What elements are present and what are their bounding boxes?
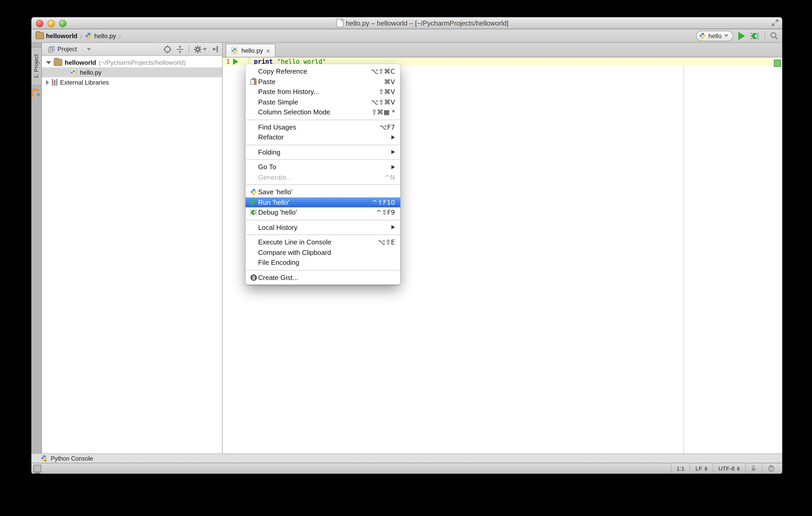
right-margin-guide: [684, 57, 684, 453]
bottom-tool-bar: Python Console: [31, 453, 782, 463]
main-area: 1: Project Project: [31, 43, 782, 453]
menu-separator: [246, 235, 400, 235]
collapsed-twisty-icon[interactable]: [46, 80, 49, 85]
traffic-lights: [36, 20, 66, 27]
python-file-icon: [85, 32, 92, 39]
paste-clipboard-icon: [249, 78, 258, 85]
pycharm-window: hello.py – helloworld – [~/PycharmProjec…: [31, 17, 782, 474]
editor-tab-bar: hello.py ×: [223, 43, 782, 57]
menu-item-create-gist[interactable]: Create Gist...: [245, 272, 400, 282]
status-bar: 1:1 LF UTF-8: [31, 463, 782, 474]
python-console-button[interactable]: Python Console: [51, 455, 93, 461]
tree-row-external-libraries[interactable]: External Libraries: [42, 77, 222, 87]
menu-separator: [246, 144, 400, 145]
python-icon: [249, 189, 258, 195]
python-file-icon: [231, 47, 238, 54]
menu-item-column-selection-mode[interactable]: Column Selection Mode⇧⌘▦ *: [245, 107, 400, 117]
expanded-twisty-icon[interactable]: [46, 61, 51, 64]
line-number: 1: [223, 58, 230, 65]
breadcrumb-project[interactable]: helloworld: [46, 32, 77, 39]
menu-item-run-hello[interactable]: Run 'hello'^⇧F10: [245, 197, 400, 207]
menu-item-debug-hello[interactable]: Debug 'hello'^⇧F9: [245, 207, 400, 217]
menu-separator: [246, 159, 400, 160]
menu-separator: [246, 184, 400, 185]
highlighting-level-widget[interactable]: [762, 463, 782, 474]
updown-arrows-icon: [737, 466, 740, 471]
project-view-select[interactable]: Project: [45, 44, 94, 54]
editor-gutter[interactable]: 1: [223, 57, 249, 66]
caret-position-widget[interactable]: 1:1: [671, 463, 690, 474]
menu-item-go-to[interactable]: Go To: [245, 162, 400, 172]
analysis-status-marker: [774, 60, 781, 67]
menu-item-local-history[interactable]: Local History: [245, 222, 400, 233]
menu-separator: [246, 220, 400, 220]
menu-item-generate: Generate...^N: [245, 172, 400, 182]
python-console-icon: [41, 455, 48, 462]
menu-item-paste-simple[interactable]: Paste Simple⌥⇧⌘V: [245, 97, 400, 107]
tree-row-hello-py[interactable]: hello.py: [42, 67, 222, 77]
toolbar-separator: [764, 31, 765, 40]
menu-item-execute-line-in-console[interactable]: Execute Line in Console⌥⇧E: [245, 237, 400, 247]
project-tool-window: Project: [42, 43, 223, 453]
breadcrumb: helloworld › hello.py ›: [35, 32, 121, 39]
menu-item-folding[interactable]: Folding: [245, 147, 400, 157]
menu-item-compare-with-clipboard[interactable]: Compare with Clipboard: [245, 247, 400, 257]
menu-item-copy-reference[interactable]: Copy Reference⌥⇧⌘C: [245, 66, 400, 77]
tab-label: hello.py: [241, 47, 263, 54]
chevron-down-icon: [87, 48, 91, 51]
submenu-arrow-icon: [392, 150, 395, 154]
close-window-button[interactable]: [36, 20, 44, 27]
tool-window-button-project[interactable]: 1: Project: [31, 47, 41, 86]
run-button[interactable]: [738, 32, 745, 40]
pycharm-logo-icon: [32, 89, 41, 98]
chevron-right-icon: ›: [119, 32, 121, 39]
chevron-down-icon: [724, 34, 728, 37]
line-separator-widget[interactable]: LF: [690, 463, 713, 474]
settings-gear-icon[interactable]: [194, 45, 207, 53]
folder-icon: [54, 59, 62, 66]
run-gutter-icon[interactable]: [233, 59, 238, 65]
submenu-arrow-icon: [392, 135, 395, 140]
encoding-widget[interactable]: UTF-8: [713, 463, 745, 474]
debug-button[interactable]: [750, 32, 759, 40]
left-tool-strip: 1: Project: [31, 43, 42, 453]
menu-item-file-encoding[interactable]: File Encoding: [245, 257, 400, 268]
chevron-down-icon: [203, 48, 207, 51]
search-icon[interactable]: [770, 32, 778, 40]
tab-hello-py[interactable]: hello.py ×: [226, 44, 276, 57]
zoom-window-button[interactable]: [59, 20, 66, 27]
project-view-icon: [48, 46, 55, 53]
submenu-arrow-icon: [392, 165, 395, 169]
libraries-icon: [52, 79, 57, 86]
close-tab-icon[interactable]: ×: [266, 47, 270, 54]
menu-item-paste[interactable]: Paste⌘V: [245, 77, 400, 87]
python-icon: [699, 32, 706, 39]
project-tree: helloworld (~/PycharmProjects/helloworld…: [42, 56, 222, 453]
menu-item-find-usages[interactable]: Find Usages⌥F7: [245, 122, 400, 132]
fullscreen-icon[interactable]: [772, 19, 779, 26]
screen: hello.py – helloworld – [~/PycharmProjec…: [0, 0, 812, 516]
collapse-all-icon[interactable]: [176, 45, 184, 53]
title-bar: hello.py – helloworld – [~/PycharmProjec…: [31, 17, 782, 29]
hide-panel-icon[interactable]: [212, 45, 219, 53]
tool-window-switcher-icon[interactable]: [33, 465, 41, 472]
run-controls: hello: [696, 31, 778, 41]
tree-row-root[interactable]: helloworld (~/PycharmProjects/helloworld…: [42, 57, 222, 67]
locate-file-icon[interactable]: [164, 45, 171, 53]
menu-separator: [246, 270, 400, 270]
menu-item-save-hello[interactable]: Save 'hello': [245, 187, 400, 197]
readonly-lock-widget[interactable]: [745, 463, 762, 474]
run-configuration-select[interactable]: hello: [696, 31, 733, 41]
minimize-window-button[interactable]: [48, 20, 55, 27]
status-bar-widgets: 1:1 LF UTF-8: [671, 463, 782, 474]
run-icon: [249, 199, 258, 206]
menu-item-paste-from-history[interactable]: Paste from History...⇧⌘V: [245, 87, 400, 97]
document-proxy-icon: [337, 19, 343, 27]
error-stripe-bar[interactable]: [774, 57, 782, 453]
toolbar-separator: [188, 45, 189, 53]
menu-item-refactor[interactable]: Refactor: [245, 132, 400, 142]
window-title: hello.py – helloworld – [~/PycharmProjec…: [346, 19, 509, 27]
breadcrumb-file[interactable]: hello.py: [94, 32, 116, 39]
run-configuration-name: hello: [708, 32, 722, 39]
menu-separator: [246, 119, 400, 120]
